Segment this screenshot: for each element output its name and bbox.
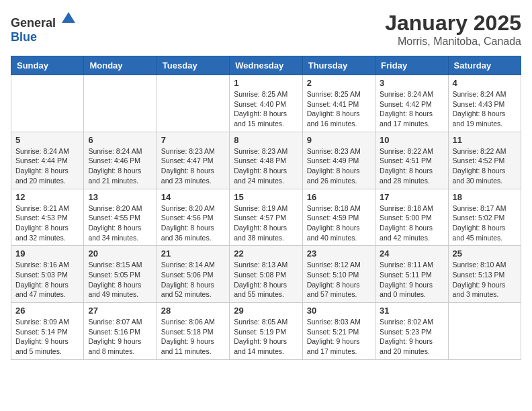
day-number: 2 [307, 78, 371, 88]
day-number: 18 [453, 192, 517, 202]
day-detail: Sunrise: 8:25 AM Sunset: 4:40 PM Dayligh… [234, 89, 298, 129]
calendar-cell: 1Sunrise: 8:25 AM Sunset: 4:40 PM Daylig… [230, 75, 302, 132]
calendar-week-row: 19Sunrise: 8:16 AM Sunset: 5:03 PM Dayli… [11, 246, 521, 303]
day-number: 31 [380, 306, 443, 316]
day-number: 16 [307, 192, 371, 202]
calendar-cell [448, 303, 521, 360]
calendar-cell [11, 75, 84, 132]
logo-icon [60, 11, 77, 27]
day-number: 19 [15, 248, 79, 259]
day-detail: Sunrise: 8:22 AM Sunset: 4:52 PM Dayligh… [453, 146, 517, 186]
day-number: 15 [234, 192, 298, 202]
calendar-week-row: 1Sunrise: 8:25 AM Sunset: 4:40 PM Daylig… [11, 75, 521, 132]
calendar-cell: 18Sunrise: 8:17 AM Sunset: 5:02 PM Dayli… [448, 189, 521, 246]
day-detail: Sunrise: 8:12 AM Sunset: 5:10 PM Dayligh… [307, 260, 371, 300]
calendar-cell [84, 75, 157, 132]
day-detail: Sunrise: 8:23 AM Sunset: 4:49 PM Dayligh… [307, 146, 371, 186]
calendar-header-row: SundayMondayTuesdayWednesdayThursdayFrid… [11, 56, 521, 75]
calendar-cell: 3Sunrise: 8:24 AM Sunset: 4:42 PM Daylig… [375, 75, 448, 132]
calendar-week-row: 5Sunrise: 8:24 AM Sunset: 4:44 PM Daylig… [11, 132, 521, 189]
header-tuesday: Tuesday [157, 56, 229, 75]
location-title: Morris, Manitoba, Canada [385, 36, 521, 48]
day-number: 11 [453, 135, 517, 145]
calendar-cell: 4Sunrise: 8:24 AM Sunset: 4:43 PM Daylig… [448, 75, 521, 132]
calendar-cell: 9Sunrise: 8:23 AM Sunset: 4:49 PM Daylig… [302, 132, 375, 189]
calendar-cell [157, 75, 229, 132]
month-title: January 2025 [385, 11, 521, 36]
calendar-cell: 28Sunrise: 8:06 AM Sunset: 5:18 PM Dayli… [157, 303, 229, 360]
calendar-cell: 22Sunrise: 8:13 AM Sunset: 5:08 PM Dayli… [230, 246, 302, 303]
day-number: 27 [88, 306, 152, 316]
svg-marker-0 [62, 12, 75, 23]
header-monday: Monday [84, 56, 157, 75]
day-detail: Sunrise: 8:24 AM Sunset: 4:43 PM Dayligh… [453, 89, 517, 129]
day-detail: Sunrise: 8:05 AM Sunset: 5:19 PM Dayligh… [234, 317, 298, 357]
calendar-cell: 17Sunrise: 8:18 AM Sunset: 5:00 PM Dayli… [375, 189, 448, 246]
day-number: 26 [15, 306, 79, 316]
calendar-cell: 27Sunrise: 8:07 AM Sunset: 5:16 PM Dayli… [84, 303, 157, 360]
header-thursday: Thursday [302, 56, 375, 75]
day-detail: Sunrise: 8:06 AM Sunset: 5:18 PM Dayligh… [161, 317, 225, 357]
day-detail: Sunrise: 8:10 AM Sunset: 5:13 PM Dayligh… [453, 260, 517, 300]
day-number: 28 [161, 306, 225, 316]
calendar-cell: 10Sunrise: 8:22 AM Sunset: 4:51 PM Dayli… [375, 132, 448, 189]
day-number: 12 [15, 192, 79, 202]
header-saturday: Saturday [448, 56, 521, 75]
calendar-cell: 15Sunrise: 8:19 AM Sunset: 4:57 PM Dayli… [230, 189, 302, 246]
day-detail: Sunrise: 8:20 AM Sunset: 4:55 PM Dayligh… [88, 203, 152, 243]
calendar-cell: 11Sunrise: 8:22 AM Sunset: 4:52 PM Dayli… [448, 132, 521, 189]
day-detail: Sunrise: 8:23 AM Sunset: 4:48 PM Dayligh… [234, 146, 298, 186]
header-wednesday: Wednesday [230, 56, 302, 75]
calendar-cell: 6Sunrise: 8:24 AM Sunset: 4:46 PM Daylig… [84, 132, 157, 189]
day-detail: Sunrise: 8:15 AM Sunset: 5:05 PM Dayligh… [88, 260, 152, 300]
calendar-cell: 21Sunrise: 8:14 AM Sunset: 5:06 PM Dayli… [157, 246, 229, 303]
day-number: 17 [380, 192, 443, 202]
calendar-cell: 16Sunrise: 8:18 AM Sunset: 4:59 PM Dayli… [302, 189, 375, 246]
day-detail: Sunrise: 8:02 AM Sunset: 5:23 PM Dayligh… [380, 317, 443, 357]
day-detail: Sunrise: 8:24 AM Sunset: 4:46 PM Dayligh… [88, 146, 152, 186]
calendar-week-row: 12Sunrise: 8:21 AM Sunset: 4:53 PM Dayli… [11, 189, 521, 246]
calendar-cell: 23Sunrise: 8:12 AM Sunset: 5:10 PM Dayli… [302, 246, 375, 303]
day-number: 1 [234, 78, 298, 88]
calendar-week-row: 26Sunrise: 8:09 AM Sunset: 5:14 PM Dayli… [11, 303, 521, 360]
day-number: 20 [88, 248, 152, 259]
page-header: General Blue January 2025 Morris, Manito… [11, 11, 521, 48]
day-number: 22 [234, 248, 298, 259]
day-detail: Sunrise: 8:19 AM Sunset: 4:57 PM Dayligh… [234, 203, 298, 243]
calendar-cell: 7Sunrise: 8:23 AM Sunset: 4:47 PM Daylig… [157, 132, 229, 189]
calendar-cell: 19Sunrise: 8:16 AM Sunset: 5:03 PM Dayli… [11, 246, 84, 303]
day-number: 7 [161, 135, 225, 145]
calendar-cell: 24Sunrise: 8:11 AM Sunset: 5:11 PM Dayli… [375, 246, 448, 303]
day-number: 4 [453, 78, 517, 88]
calendar-cell: 14Sunrise: 8:20 AM Sunset: 4:56 PM Dayli… [157, 189, 229, 246]
title-block: January 2025 Morris, Manitoba, Canada [385, 11, 521, 48]
logo-blue: Blue [11, 30, 37, 44]
calendar-cell: 2Sunrise: 8:25 AM Sunset: 4:41 PM Daylig… [302, 75, 375, 132]
day-number: 9 [307, 135, 371, 145]
day-number: 24 [380, 248, 443, 259]
day-number: 30 [307, 306, 371, 316]
day-detail: Sunrise: 8:18 AM Sunset: 4:59 PM Dayligh… [307, 203, 371, 243]
calendar-table: SundayMondayTuesdayWednesdayThursdayFrid… [11, 56, 521, 360]
calendar-cell: 13Sunrise: 8:20 AM Sunset: 4:55 PM Dayli… [84, 189, 157, 246]
day-detail: Sunrise: 8:25 AM Sunset: 4:41 PM Dayligh… [307, 89, 371, 129]
day-detail: Sunrise: 8:17 AM Sunset: 5:02 PM Dayligh… [453, 203, 517, 243]
calendar-cell: 5Sunrise: 8:24 AM Sunset: 4:44 PM Daylig… [11, 132, 84, 189]
day-detail: Sunrise: 8:11 AM Sunset: 5:11 PM Dayligh… [380, 260, 443, 300]
day-number: 14 [161, 192, 225, 202]
day-detail: Sunrise: 8:24 AM Sunset: 4:44 PM Dayligh… [15, 146, 79, 186]
day-number: 29 [234, 306, 298, 316]
day-detail: Sunrise: 8:14 AM Sunset: 5:06 PM Dayligh… [161, 260, 225, 300]
day-detail: Sunrise: 8:20 AM Sunset: 4:56 PM Dayligh… [161, 203, 225, 243]
day-number: 25 [453, 248, 517, 259]
day-detail: Sunrise: 8:21 AM Sunset: 4:53 PM Dayligh… [15, 203, 79, 243]
day-number: 8 [234, 135, 298, 145]
day-detail: Sunrise: 8:09 AM Sunset: 5:14 PM Dayligh… [15, 317, 79, 357]
calendar-cell: 25Sunrise: 8:10 AM Sunset: 5:13 PM Dayli… [448, 246, 521, 303]
day-detail: Sunrise: 8:13 AM Sunset: 5:08 PM Dayligh… [234, 260, 298, 300]
calendar-cell: 30Sunrise: 8:03 AM Sunset: 5:21 PM Dayli… [302, 303, 375, 360]
header-friday: Friday [375, 56, 448, 75]
day-number: 13 [88, 192, 152, 202]
calendar-cell: 12Sunrise: 8:21 AM Sunset: 4:53 PM Dayli… [11, 189, 84, 246]
calendar-cell: 31Sunrise: 8:02 AM Sunset: 5:23 PM Dayli… [375, 303, 448, 360]
